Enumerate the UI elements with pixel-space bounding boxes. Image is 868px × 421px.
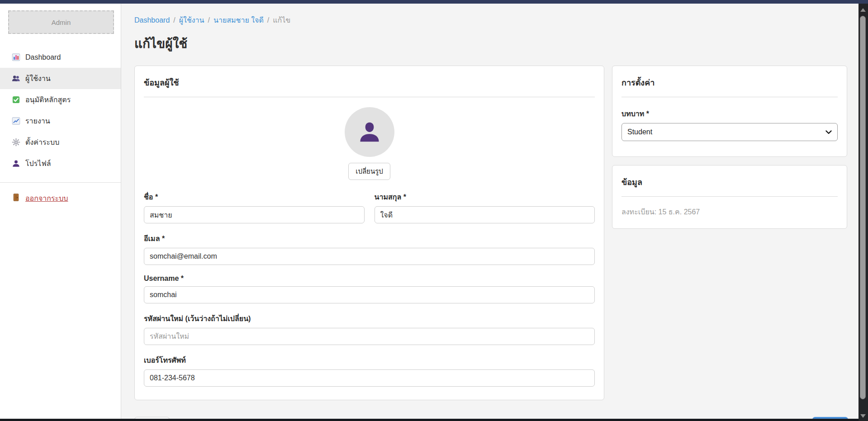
sidebar-divider <box>0 182 121 183</box>
report-icon <box>12 117 20 125</box>
phone-input[interactable] <box>144 369 595 387</box>
breadcrumb: Dashboard / ผู้ใช้งาน / นายสมชาย ใจดี / … <box>134 14 848 26</box>
username-label: Username * <box>144 274 595 283</box>
door-icon <box>12 193 20 203</box>
sidebar-item-label: ตั้งค่าระบบ <box>25 137 59 148</box>
role-select[interactable]: Student <box>621 123 838 141</box>
password-field-group: รหัสผ่านใหม่ (เว้นว่างถ้าไม่เปลี่ยน) <box>144 313 595 345</box>
avatar-section: เปลี่ยนรูป <box>144 107 595 180</box>
window-top-bar <box>0 0 868 4</box>
sidebar-item-label: Dashboard <box>25 53 61 61</box>
sidebar-item-system-settings[interactable]: ตั้งค่าระบบ <box>0 132 121 153</box>
avatar <box>345 107 394 157</box>
phone-field-group: เบอร์โทรศัพท์ <box>144 355 595 387</box>
main-content: Dashboard / ผู้ใช้งาน / นายสมชาย ใจดี / … <box>121 4 859 419</box>
sidebar-nav: Dashboard ผู้ใช้งาน อนุมัติหลักสูตร รายง… <box>0 47 121 174</box>
sidebar-item-label: อนุมัติหลักสูตร <box>25 94 71 105</box>
email-label: อีเมล * <box>144 233 595 244</box>
dashboard-icon <box>12 53 20 61</box>
new-password-input[interactable] <box>144 328 595 345</box>
profile-icon <box>12 159 20 168</box>
last-name-label: นามสกุล * <box>375 191 595 203</box>
phone-label: เบอร์โทรศัพท์ <box>144 355 595 366</box>
settings-card-header: การตั้งค่า <box>621 66 838 97</box>
breadcrumb-separator: / <box>173 16 175 24</box>
email-input[interactable] <box>144 248 595 265</box>
breadcrumb-link-users[interactable]: ผู้ใช้งาน <box>179 14 204 26</box>
first-name-input[interactable] <box>144 206 365 223</box>
scrollbar-down-arrow-icon[interactable] <box>860 414 866 418</box>
settings-card: การตั้งค่า บทบาท * Student <box>612 66 847 157</box>
window-bottom-bar <box>0 419 868 421</box>
admin-logo-text: Admin <box>52 19 71 26</box>
breadcrumb-current: แก้ไข <box>273 14 290 26</box>
breadcrumb-separator: / <box>208 16 210 24</box>
registered-date-text: ลงทะเบียน: 15 ธ.ค. 2567 <box>621 206 838 218</box>
sidebar-item-users[interactable]: ผู้ใช้งาน <box>0 68 121 89</box>
window-scrollbar[interactable] <box>859 4 868 421</box>
role-select-value: Student <box>627 128 652 136</box>
breadcrumb-link-dashboard[interactable]: Dashboard <box>134 16 170 24</box>
sidebar-item-reports[interactable]: รายงาน <box>0 110 121 132</box>
sidebar-item-approve-courses[interactable]: อนุมัติหลักสูตร <box>0 89 121 110</box>
chevron-down-icon <box>825 128 832 136</box>
first-name-field-group: ชื่อ * <box>144 191 365 223</box>
app-layout: Admin Dashboard ผู้ใช้งาน อนุมัติหลักสูต… <box>0 4 859 419</box>
page-title: แก้ไขผู้ใช้ <box>134 33 848 53</box>
content-row: ข้อมูลผู้ใช้ เปลี่ยนรูป ชื่อ * นา <box>134 66 848 400</box>
sidebar-item-label: โปรไฟล์ <box>25 158 51 169</box>
approval-icon <box>12 95 20 104</box>
username-input[interactable] <box>144 286 595 303</box>
password-label: รหัสผ่านใหม่ (เว้นว่างถ้าไม่เปลี่ยน) <box>144 313 595 324</box>
person-icon <box>356 119 383 145</box>
logout-button[interactable]: ออกจากระบบ <box>0 189 121 207</box>
change-photo-button[interactable]: เปลี่ยนรูป <box>348 163 390 180</box>
side-column: การตั้งค่า บทบาท * Student ข้อมูล ลงทะเบ… <box>612 66 847 229</box>
scrollbar-up-arrow-icon[interactable] <box>860 8 866 12</box>
user-info-card-header: ข้อมูลผู้ใช้ <box>144 66 595 97</box>
sidebar-item-label: ผู้ใช้งาน <box>25 73 51 84</box>
first-name-label: ชื่อ * <box>144 191 365 203</box>
info-card-header: ข้อมูล <box>621 166 838 197</box>
user-form: ชื่อ * นามสกุล * อีเมล * Username <box>144 191 595 387</box>
user-info-card: ข้อมูลผู้ใช้ เปลี่ยนรูป ชื่อ * นา <box>134 66 604 400</box>
users-icon <box>12 74 20 83</box>
sidebar-item-label: รายงาน <box>25 115 50 127</box>
sidebar: Admin Dashboard ผู้ใช้งาน อนุมัติหลักสูต… <box>0 4 121 419</box>
sidebar-item-dashboard[interactable]: Dashboard <box>0 47 121 68</box>
admin-logo-box: Admin <box>8 10 114 34</box>
last-name-input[interactable] <box>375 206 595 223</box>
sidebar-item-profile[interactable]: โปรไฟล์ <box>0 153 121 174</box>
last-name-field-group: นามสกุล * <box>375 191 595 223</box>
breadcrumb-separator: / <box>267 16 269 24</box>
settings-icon <box>12 138 20 147</box>
breadcrumb-link-user-name[interactable]: นายสมชาย ใจดี <box>213 14 264 26</box>
logout-label: ออกจากระบบ <box>25 193 68 204</box>
email-field-group: อีเมล * <box>144 233 595 265</box>
username-field-group: Username * <box>144 274 595 303</box>
scrollbar-thumb[interactable] <box>860 16 866 399</box>
info-card: ข้อมูล ลงทะเบียน: 15 ธ.ค. 2567 <box>612 165 847 229</box>
role-label: บทบาท * <box>621 108 838 119</box>
